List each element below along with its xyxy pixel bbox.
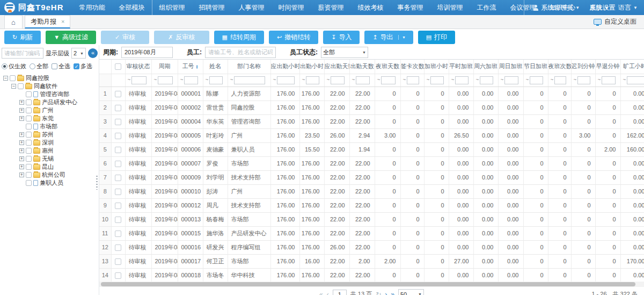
column-filter-input[interactable] <box>504 76 518 84</box>
custom-desktop-button[interactable]: 自定义桌面 <box>594 17 644 26</box>
collapse-node-icon[interactable]: − <box>11 84 16 89</box>
dept-code-input[interactable] <box>2 48 43 59</box>
nav-item-7[interactable]: 薪资管理 <box>311 0 351 15</box>
reload-grid-icon[interactable]: ↻ <box>376 291 381 295</box>
column-filter-input[interactable] <box>577 76 590 84</box>
table-row[interactable]: 1待审核2019年08月000001陈娜人力资源部176.00176.0022.… <box>99 87 644 100</box>
column-filter-input[interactable] <box>306 76 319 84</box>
tree-item[interactable]: +东莞 <box>2 114 99 123</box>
advanced-filter-button[interactable]: ▼高级过滤 <box>46 31 96 44</box>
employee-status-select[interactable]: 全部 ▼ <box>321 47 368 58</box>
column-filter-input[interactable] <box>455 76 469 84</box>
tree-checkbox[interactable] <box>26 180 32 186</box>
row-checkbox[interactable] <box>115 189 121 195</box>
horizontal-scrollbar[interactable] <box>99 282 644 287</box>
column-filter-input[interactable] <box>209 76 223 84</box>
tree-item[interactable]: +深圳 <box>2 139 99 147</box>
row-checkbox[interactable] <box>115 147 121 153</box>
employee-search-input[interactable] <box>205 47 276 58</box>
option-2[interactable]: 全部 <box>30 62 48 70</box>
tree-checkbox[interactable] <box>26 156 32 162</box>
row-checkbox[interactable] <box>115 175 121 181</box>
nav-item-4[interactable]: 招聘管理 <box>192 0 232 15</box>
tab-attendance-monthly-report[interactable]: 考勤月报 × <box>25 15 70 28</box>
expand-node-icon[interactable]: + <box>19 156 24 161</box>
expand-node-icon[interactable]: + <box>19 164 24 169</box>
table-row[interactable]: 6待审核2019年08月000007罗俊市场部176.00176.0022.00… <box>99 156 644 170</box>
row-checkbox[interactable] <box>115 272 121 279</box>
page-number-input[interactable] <box>333 290 347 295</box>
language-menu[interactable]: 语言 ▼ <box>618 3 638 12</box>
sort-icon[interactable]: ▲▼ <box>196 64 199 69</box>
column-filter-input[interactable] <box>331 76 345 84</box>
tree-item[interactable]: +广州 <box>2 106 99 114</box>
tree-item[interactable]: 管理咨询部 <box>2 90 99 98</box>
column-filter-input[interactable] <box>554 76 566 84</box>
column-filter-input[interactable] <box>407 76 419 84</box>
tree-item[interactable]: 兼职人员 <box>2 179 99 187</box>
checkbox-checked-icon[interactable] <box>74 63 79 69</box>
column-filter-input[interactable] <box>184 76 198 84</box>
level-select[interactable]: 2 ▼ <box>71 48 86 59</box>
tree-item[interactable]: −同鑫控股 <box>2 74 99 82</box>
nav-item-3[interactable]: 组织管理 <box>152 0 192 15</box>
panel-resize-handle[interactable] <box>96 176 98 190</box>
expand-node-icon[interactable]: + <box>19 140 24 145</box>
column-filter-input[interactable] <box>480 76 493 84</box>
first-page-icon[interactable]: « <box>319 291 323 295</box>
table-row[interactable]: 9待审核2019年08月000012周凡技术支持部176.00176.0022.… <box>99 198 644 212</box>
tree-checkbox[interactable] <box>26 164 32 170</box>
carry-period-button[interactable]: ▦结转周期 <box>214 31 264 44</box>
nav-item-6[interactable]: 时间管理 <box>272 0 311 15</box>
tree-item[interactable]: +惠州 <box>2 147 99 155</box>
column-filter-input[interactable] <box>627 76 644 84</box>
radio-icon[interactable] <box>30 63 35 69</box>
import-button[interactable]: ↧导入 <box>323 31 360 44</box>
tree-checkbox[interactable] <box>26 140 32 146</box>
nav-item-9[interactable]: 事务管理 <box>391 0 430 15</box>
table-row[interactable]: 14待审核2019年08月000018市场冬华中科技176.00176.0022… <box>99 268 644 282</box>
column-filter-input[interactable] <box>234 76 265 84</box>
nav-item-5[interactable]: 人事管理 <box>232 0 272 15</box>
option-4[interactable]: 多选 <box>74 62 92 70</box>
nav-item-8[interactable]: 绩效考核 <box>351 0 391 15</box>
tree-checkbox[interactable] <box>26 172 32 178</box>
expand-node-icon[interactable]: + <box>19 172 24 177</box>
next-page-icon[interactable]: › <box>385 291 387 295</box>
expand-node-icon[interactable]: + <box>19 108 24 113</box>
tree-checkbox[interactable] <box>26 99 32 105</box>
column-filter-input[interactable] <box>356 76 370 84</box>
row-checkbox[interactable] <box>115 231 121 237</box>
prev-page-icon[interactable]: ‹ <box>327 291 329 295</box>
row-checkbox[interactable] <box>115 161 121 167</box>
refresh-button[interactable]: ↻刷新 <box>4 31 41 44</box>
column-filter-input[interactable] <box>530 76 543 84</box>
chevron-down-icon[interactable]: ▾ <box>398 35 405 40</box>
tree-checkbox[interactable] <box>26 107 32 113</box>
table-row[interactable]: 4待审核2019年08月000005叶彩玲广州176.0023.5026.002… <box>99 128 644 142</box>
tree-item[interactable]: +杭州公司 <box>2 171 99 179</box>
table-row[interactable]: 13待审核2019年08月000017何卫正市场部176.0016.0022.0… <box>99 254 644 268</box>
audit-button[interactable]: ✓审核 <box>101 31 149 44</box>
option-1[interactable]: 仅生效 <box>2 62 26 70</box>
tree-item[interactable]: +苏州 <box>2 131 99 139</box>
last-page-icon[interactable]: » <box>391 291 394 295</box>
tree-item[interactable]: +产品研发中心 <box>2 98 99 106</box>
tree-item[interactable]: +昆山 <box>2 163 99 171</box>
column-filter-input[interactable] <box>158 76 173 84</box>
expand-node-icon[interactable]: + <box>19 100 24 105</box>
row-checkbox[interactable] <box>115 217 121 223</box>
skin-menu[interactable]: 皮肤 ▼ <box>589 3 609 12</box>
period-input[interactable] <box>121 47 173 58</box>
column-filter-input[interactable] <box>277 76 295 84</box>
table-row[interactable]: 11待审核2019年08月000015施华洛产品研发中心176.00176.00… <box>99 226 644 240</box>
nav-item-11[interactable]: 工作流 <box>470 0 503 15</box>
radio-selected-icon[interactable] <box>2 63 8 69</box>
table-row[interactable]: 5待审核2019年08月000006麦德豪兼职人员176.0015.5022.0… <box>99 142 644 156</box>
collapse-sidebar-button[interactable]: « <box>88 48 98 58</box>
column-filter-input[interactable] <box>381 76 396 84</box>
table-row[interactable]: 7待审核2019年08月000009刘学明技术支持部176.00176.0022… <box>99 170 644 184</box>
nav-item-1[interactable]: 常用功能 <box>72 0 112 15</box>
nav-item-10[interactable]: 培训管理 <box>430 0 470 15</box>
expand-node-icon[interactable]: + <box>19 116 24 121</box>
